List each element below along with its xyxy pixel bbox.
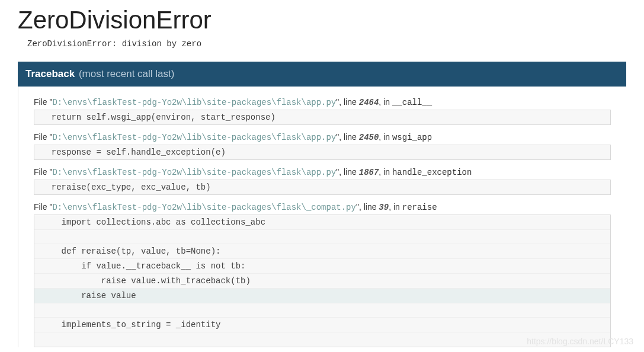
frame-lineno: 1867 <box>359 168 379 177</box>
traceback-header: Traceback (most recent call last) <box>18 62 626 87</box>
frame-mid: ", line <box>356 202 379 212</box>
frame-header: File "D:\envs\flaskTest-pdg-Yo2w\lib\sit… <box>34 97 611 107</box>
frame-path: D:\envs\flaskTest-pdg-Yo2w\lib\site-pack… <box>52 168 336 177</box>
frame-path: D:\envs\flaskTest-pdg-Yo2w\lib\site-pack… <box>52 203 355 212</box>
traceback-frames: File "D:\envs\flaskTest-pdg-Yo2w\lib\sit… <box>18 87 626 347</box>
frame-path: D:\envs\flaskTest-pdg-Yo2w\lib\site-pack… <box>52 133 336 142</box>
code-line[interactable]: implements_to_string = _identity <box>34 318 610 332</box>
frame-in: , in <box>389 202 402 212</box>
frame-prefix: File " <box>34 97 52 107</box>
frame-func: __call__ <box>392 98 432 107</box>
error-title: ZeroDivisionError <box>18 6 626 34</box>
frame-header: File "D:\envs\flaskTest-pdg-Yo2w\lib\sit… <box>34 167 611 177</box>
frame-prefix: File " <box>34 167 52 177</box>
code-line[interactable]: if value.__traceback__ is not tb: <box>34 259 610 274</box>
frame-mid: ", line <box>336 132 358 142</box>
frame-in: , in <box>379 167 392 177</box>
frame-in: , in <box>379 132 392 142</box>
code-line[interactable] <box>34 303 610 318</box>
code-line[interactable]: raise value <box>34 289 610 303</box>
frame-lineno: 2464 <box>359 98 379 107</box>
traceback-frame[interactable]: File "D:\envs\flaskTest-pdg-Yo2w\lib\sit… <box>34 97 611 125</box>
frame-header: File "D:\envs\flaskTest-pdg-Yo2w\lib\sit… <box>34 202 611 212</box>
frame-header: File "D:\envs\flaskTest-pdg-Yo2w\lib\sit… <box>34 132 611 142</box>
exception-message: ZeroDivisionError: division by zero <box>18 39 626 49</box>
code-line[interactable]: return self.wsgi_app(environ, start_resp… <box>34 110 610 124</box>
frame-mid: ", line <box>336 97 358 107</box>
traceback-frame[interactable]: File "D:\envs\flaskTest-pdg-Yo2w\lib\sit… <box>34 132 611 160</box>
code-block[interactable]: reraise(exc_type, exc_value, tb) <box>34 180 611 195</box>
code-line[interactable]: reraise(exc_type, exc_value, tb) <box>34 180 610 194</box>
frame-path: D:\envs\flaskTest-pdg-Yo2w\lib\site-pack… <box>52 98 336 107</box>
traceback-label: Traceback <box>25 68 75 79</box>
frame-func: wsgi_app <box>392 133 432 142</box>
code-line[interactable] <box>34 332 610 347</box>
code-line[interactable]: raise value.with_traceback(tb) <box>34 274 610 289</box>
traceback-subtitle: (most recent call last) <box>79 68 175 79</box>
code-line[interactable]: def reraise(tp, value, tb=None): <box>34 244 610 259</box>
frame-func: reraise <box>402 203 437 212</box>
code-block[interactable]: return self.wsgi_app(environ, start_resp… <box>34 110 611 125</box>
frame-func: handle_exception <box>392 168 472 177</box>
frame-lineno: 2450 <box>359 133 379 142</box>
traceback-frame[interactable]: File "D:\envs\flaskTest-pdg-Yo2w\lib\sit… <box>34 202 611 347</box>
code-block[interactable]: response = self.handle_exception(e) <box>34 145 611 160</box>
frame-prefix: File " <box>34 202 52 212</box>
code-block[interactable]: import collections.abc as collections_ab… <box>34 215 611 347</box>
frame-lineno: 39 <box>379 203 389 212</box>
code-line[interactable]: response = self.handle_exception(e) <box>34 145 610 159</box>
code-line[interactable] <box>34 230 610 244</box>
code-line[interactable]: import collections.abc as collections_ab… <box>34 215 610 230</box>
frame-in: , in <box>379 97 392 107</box>
traceback-frame[interactable]: File "D:\envs\flaskTest-pdg-Yo2w\lib\sit… <box>34 167 611 195</box>
frame-prefix: File " <box>34 132 52 142</box>
frame-mid: ", line <box>336 167 358 177</box>
